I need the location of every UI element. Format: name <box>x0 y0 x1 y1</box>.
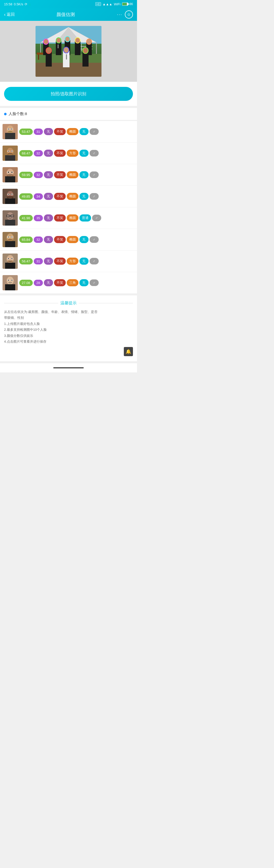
svg-point-55 <box>11 151 12 152</box>
score-tag: 53.47 <box>19 128 33 135</box>
table-row[interactable]: 65.84 32 无 不笑 椭圆 无 ♂ <box>0 229 137 250</box>
status-left: 15:58 0.5K/s ⟳ ↓ <box>4 2 31 6</box>
face-shape-tag: 三角 <box>67 279 78 286</box>
table-row[interactable]: 56.47 31 无 不笑 方形 无 ♂ <box>0 250 137 272</box>
score-tag: 65.84 <box>19 237 33 243</box>
smile-tag: 不笑 <box>54 128 66 135</box>
tips-line4: 2.最多支持检测图中10个人脸 <box>4 327 133 333</box>
face-svg-1 <box>3 124 18 139</box>
svg-point-63 <box>11 172 13 173</box>
svg-rect-90 <box>8 239 13 241</box>
gender-tag: ♂ <box>90 172 99 178</box>
tips-header: 温馨提示 <box>4 301 133 306</box>
svg-rect-67 <box>5 198 15 204</box>
result-tags: 65.84 32 无 不笑 椭圆 无 ♂ <box>19 236 134 243</box>
gender-tag: ♂ <box>90 150 99 156</box>
table-row[interactable]: 49.85 34 无 不笑 椭圆 无 ♂ <box>0 186 137 207</box>
image-section <box>0 21 137 82</box>
svg-rect-43 <box>5 133 15 139</box>
svg-point-70 <box>8 194 9 195</box>
face-thumbnail[interactable] <box>3 167 18 182</box>
tips-line-left <box>4 303 58 303</box>
svg-rect-101 <box>5 284 15 290</box>
age-tag: 32 <box>34 172 43 178</box>
sync-icon: ⟳ <box>25 2 27 6</box>
time-display: 15:58 <box>4 2 12 6</box>
svg-point-97 <box>11 258 12 259</box>
network-speed: 0.5K/s <box>14 2 23 6</box>
wifi-icon: WiFi <box>114 2 121 6</box>
gender-tag: ♂ <box>90 236 99 243</box>
face-thumbnail[interactable] <box>3 210 18 225</box>
table-row[interactable]: 59.95 32 无 不笑 椭圆 无 ♂ <box>0 164 137 186</box>
face-thumbnail[interactable] <box>3 232 18 247</box>
svg-point-96 <box>8 258 9 259</box>
status-bar: 15:58 0.5K/s ⟳ ↓ HD ▲▲▲ WiFi 86 <box>0 0 137 8</box>
glasses-tag: 无 <box>79 236 89 243</box>
beard-tag: 无 <box>44 150 53 157</box>
tips-line2: 带眼镜、性别 <box>4 315 133 320</box>
smile-tag: 不笑 <box>54 214 66 221</box>
results-list: 53.47 31 无 不笑 椭圆 无 ♂ 68.47 32 <box>0 121 137 293</box>
face-shape-tag: 椭圆 <box>67 171 78 178</box>
tips-line6: 4.点击图片可查看并进行保存 <box>4 339 133 344</box>
table-row[interactable]: 53.47 31 无 不笑 椭圆 无 ♂ <box>0 121 137 143</box>
glasses-tag: 无 <box>79 193 89 200</box>
count-dot <box>4 113 7 115</box>
tips-section: 温馨提示 从左往右依次为:裁剪图、颜值、年龄、表情、情绪、脸型、是否 带眼镜、性… <box>0 296 137 361</box>
face-shape-tag: 椭圆 <box>67 128 78 135</box>
face-svg-2 <box>3 146 18 161</box>
tips-line1: 从左往右依次为:裁剪图、颜值、年龄、表情、情绪、脸型、是否 <box>4 309 133 315</box>
svg-rect-98 <box>7 260 13 262</box>
face-svg-8 <box>3 275 18 290</box>
table-row[interactable]: 41.98 35 无 不笑 椭圆 普通 ♂ <box>0 207 137 229</box>
svg-point-105 <box>11 280 12 281</box>
svg-rect-7 <box>81 44 82 51</box>
face-shape-tag: 椭圆 <box>67 236 78 243</box>
svg-point-62 <box>8 172 9 173</box>
bottom-bar <box>0 363 137 372</box>
score-tag: 27.08 <box>19 280 33 286</box>
capture-button[interactable]: 拍照/选取图片识别 <box>4 87 133 101</box>
glasses-tag: 无 <box>79 257 89 265</box>
face-thumbnail[interactable] <box>3 253 18 269</box>
result-tags: 53.47 31 无 不笑 椭圆 无 ♂ <box>19 128 134 135</box>
face-thumbnail[interactable] <box>3 124 18 139</box>
glasses-tag: 无 <box>79 171 89 178</box>
score-tag: 41.98 <box>19 215 33 221</box>
camera-button[interactable]: ⊙ <box>125 10 133 19</box>
beard-tag: 无 <box>44 279 53 286</box>
glasses-tag: 无 <box>79 279 89 286</box>
svg-point-46 <box>8 128 9 129</box>
score-tag: 49.85 <box>19 193 33 200</box>
home-indicator[interactable] <box>53 367 84 368</box>
table-row[interactable]: 68.47 32 无 不笑 方形 无 ♂ <box>0 143 137 164</box>
gender-tag: ♂ <box>90 258 99 265</box>
svg-rect-59 <box>5 176 15 182</box>
face-shape-tag: 椭圆 <box>67 214 78 221</box>
face-svg-5 <box>3 210 18 225</box>
menu-dots-button[interactable]: ··· <box>117 12 122 17</box>
download-icon: ↓ <box>29 2 31 6</box>
beard-tag: 无 <box>44 236 53 243</box>
smile-tag: 不笑 <box>54 171 66 178</box>
scene-svg <box>36 26 101 77</box>
glasses-tag: 普通 <box>79 214 91 221</box>
svg-rect-85 <box>5 241 15 247</box>
result-tags: 49.85 34 无 不笑 椭圆 无 ♂ <box>19 193 134 200</box>
face-thumbnail[interactable] <box>3 189 18 204</box>
age-tag: 31 <box>34 128 43 135</box>
status-right: HD ▲▲▲ WiFi 86 <box>95 2 133 6</box>
age-tag: 32 <box>34 150 43 156</box>
notification-icon[interactable]: 🔔 <box>124 347 133 356</box>
face-thumbnail[interactable] <box>3 146 18 161</box>
main-photo[interactable] <box>36 26 101 77</box>
smile-tag: 不笑 <box>54 236 66 243</box>
score-tag: 56.47 <box>19 258 33 265</box>
table-row[interactable]: 27.08 28 无 不笑 三角 无 ♂ <box>0 272 137 293</box>
beard-tag: 无 <box>44 171 53 178</box>
age-tag: 34 <box>34 193 43 200</box>
face-shape-tag: 椭圆 <box>67 193 78 200</box>
back-button[interactable]: ‹ 返回 <box>4 12 15 17</box>
face-thumbnail[interactable] <box>3 275 18 290</box>
